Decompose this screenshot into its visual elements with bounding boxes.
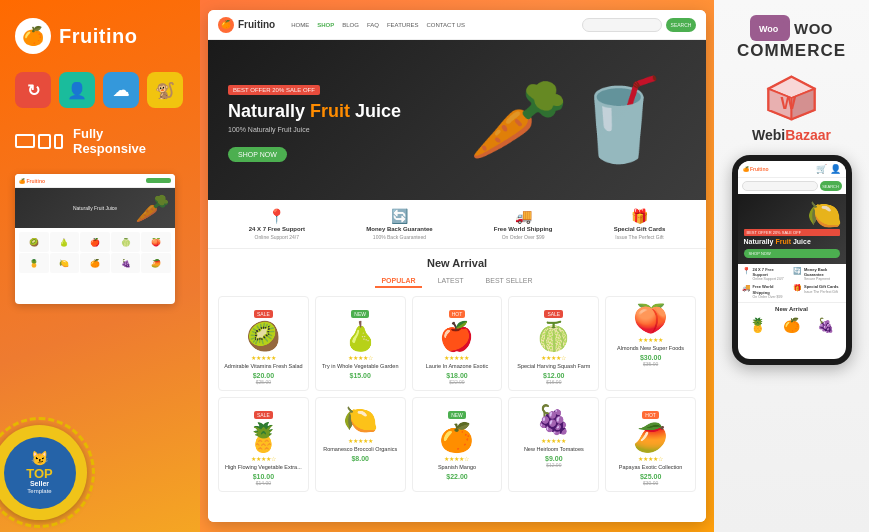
- plugin-icon-sync: ↻: [15, 72, 51, 108]
- products-section-title: New Arrival: [218, 257, 696, 269]
- svg-text:Woo: Woo: [759, 24, 779, 34]
- product-img-7: 🍋: [321, 406, 400, 434]
- tab-bestseller[interactable]: BEST SELLER: [480, 275, 539, 288]
- phone-hero-title: Naturally Fruit Juice: [744, 238, 840, 246]
- product-price-9: $9.00: [514, 455, 593, 462]
- badge-seller-label: Seller: [30, 480, 49, 488]
- feature-money-back-title: Money Back Guarantee: [366, 226, 432, 232]
- phone-feature-3-icon: 🚚: [742, 284, 751, 292]
- phone-feature-1: 📍 24 X 7 Free Support Online Support 24/…: [742, 267, 791, 281]
- left-panel: 🍊 Fruitino ↻ 👤 ☁ 🐒 Fully Responsive 🍊 Fr…: [0, 0, 200, 532]
- phone-feature-1-sub: Online Support 24/7: [753, 277, 791, 281]
- monitor-icon: [15, 134, 35, 148]
- phone-hero: BEST OFFER 20% SALE OFF Naturally Fruit …: [738, 194, 846, 264]
- product-stars-4: ★★★★☆: [514, 354, 593, 361]
- phone-feature-4-icon: 🎁: [793, 284, 802, 292]
- product-price-6: $10.00: [224, 473, 303, 480]
- site-search-area: SEARCH: [582, 18, 696, 32]
- features-bar: 📍 24 X 7 Free Support Online Support 24/…: [208, 200, 706, 249]
- commerce-text: COMMERCE: [737, 41, 846, 61]
- product-card-2[interactable]: NEW 🍐 ★★★★☆ Try in Whole Vegetable Garde…: [315, 296, 406, 391]
- product-badge-2: NEW: [351, 310, 369, 318]
- woocommerce-section: Woo WOO COMMERCE: [737, 15, 846, 61]
- phone-arrival-label: New Arrival: [738, 303, 846, 315]
- product-price-7: $8.00: [321, 455, 400, 462]
- phone-feature-3: 🚚 Free World Shipping On Order Over $99: [742, 284, 791, 298]
- webibazaar-name: WebiBazaar: [752, 127, 831, 143]
- product-name-1: Admirable Vitamins Fresh Salad: [224, 363, 303, 370]
- preview-product-1: 🥝: [19, 232, 49, 252]
- product-stars-10: ★★★★☆: [611, 455, 690, 462]
- preview-hero-decoration: 🥕: [135, 192, 170, 225]
- preview-search-btn: [146, 178, 171, 183]
- feature-gift: 🎁 Special Gift Cards Issue The Perfect G…: [614, 208, 666, 240]
- hero-title: Naturally Fruit Juice: [228, 101, 401, 123]
- product-card-8[interactable]: NEW 🍊 ★★★★☆ Spanish Mango $22.00: [412, 397, 503, 492]
- product-stars-3: ★★★★★: [418, 354, 497, 361]
- phone-feature-4: 🎁 Special Gift Cards Issue The Perfect G…: [793, 284, 842, 298]
- product-img-9: 🍇: [514, 406, 593, 434]
- product-badge-4: SALE: [544, 310, 563, 318]
- product-card-3[interactable]: HOT 🍎 ★★★★★ Laurie In Amazone Exotic $18…: [412, 296, 503, 391]
- center-website-panel: 🍊 Fruitino HOME SHOP BLOG FAQ FEATURES C…: [208, 10, 706, 522]
- brand-logo-icon: 🍊: [15, 18, 51, 54]
- site-search-button[interactable]: SEARCH: [666, 18, 696, 32]
- device-icons: [15, 134, 63, 149]
- hero-subtitle: 100% Naturally Fruit Juice: [228, 126, 401, 133]
- product-card-7[interactable]: 🍋 ★★★★★ Romanesco Broccoli Organics $8.0…: [315, 397, 406, 492]
- phone-device-icon: [54, 134, 63, 149]
- wb-logo: W: [762, 73, 822, 123]
- woo-text: WOO: [794, 20, 833, 37]
- product-card-4[interactable]: SALE 🍈 ★★★★☆ Special Harving Squash Farm…: [508, 296, 599, 391]
- feature-gift-sub: Issue The Perfect Gift: [615, 234, 663, 240]
- hero-cta-button[interactable]: SHOP NOW: [228, 147, 287, 162]
- product-old-price-5: $35.00: [611, 361, 690, 367]
- phone-feature-1-title: 24 X 7 Free Support: [753, 267, 791, 277]
- product-card-10[interactable]: HOT 🥭 ★★★★☆ Papayas Exotic Collection $2…: [605, 397, 696, 492]
- product-price-2: $15.00: [321, 372, 400, 379]
- product-stars-2: ★★★★☆: [321, 354, 400, 361]
- product-card-6[interactable]: SALE 🍍 ★★★★☆ High Flowing Vegetable Extr…: [218, 397, 309, 492]
- phone-products-mini: 🍍 🍊 🍇: [738, 315, 846, 335]
- nav-features: FEATURES: [387, 22, 419, 28]
- preview-hero-text: Naturally Fruit Juice: [73, 205, 117, 211]
- phone-search-button[interactable]: SEARCH: [820, 181, 842, 191]
- phone-search-input[interactable]: [742, 181, 818, 191]
- site-logo: 🍊 Fruitino: [218, 17, 275, 33]
- product-stars-7: ★★★★★: [321, 437, 400, 444]
- product-img-1: 🥝: [224, 323, 303, 351]
- product-card-1[interactable]: SALE 🥝 ★★★★★ Admirable Vitamins Fresh Sa…: [218, 296, 309, 391]
- product-name-8: Spanish Mango: [418, 464, 497, 471]
- nav-shop: SHOP: [317, 22, 334, 28]
- product-stars-1: ★★★★★: [224, 354, 303, 361]
- site-search-input[interactable]: [582, 18, 662, 32]
- phone-feature-2-icon: 🔄: [793, 267, 802, 275]
- product-old-price-1: $25.00: [224, 379, 303, 385]
- phone-feature-3-title: Free World Shipping: [753, 284, 791, 294]
- product-name-4: Special Harving Squash Farm: [514, 363, 593, 370]
- nav-blog: BLOG: [342, 22, 359, 28]
- product-badge-6: SALE: [254, 411, 273, 419]
- product-name-9: New Heirloom Tomatoes: [514, 446, 593, 453]
- tab-popular[interactable]: POPULAR: [375, 275, 421, 288]
- product-name-3: Laurie In Amazone Exotic: [418, 363, 497, 370]
- product-card-9[interactable]: 🍇 ★★★★★ New Heirloom Tomatoes $9.00 $12.…: [508, 397, 599, 492]
- product-card-5[interactable]: 🍑 ★★★★★ Almonds New Super Foods $30.00 $…: [605, 296, 696, 391]
- feature-support: 📍 24 X 7 Free Support Online Support 24/…: [249, 208, 305, 240]
- product-price-5: $30.00: [611, 354, 690, 361]
- tab-latest[interactable]: LATEST: [432, 275, 470, 288]
- site-logo-text: Fruitino: [238, 19, 275, 30]
- preview-product-4: 🍈: [111, 232, 141, 252]
- product-old-price-9: $12.00: [514, 462, 593, 468]
- product-old-price-4: $16.00: [514, 379, 593, 385]
- plugin-icon-cloud: ☁: [103, 72, 139, 108]
- phone-user-icon: 👤: [830, 164, 841, 174]
- feature-gift-icon: 🎁: [631, 208, 648, 224]
- tablet-icon: [38, 134, 51, 149]
- product-img-6: 🍍: [224, 424, 303, 452]
- preview-product-9: 🍇: [111, 253, 141, 273]
- feature-support-icon: 📍: [268, 208, 285, 224]
- phone-hero-cta[interactable]: SHOP NOW: [744, 249, 840, 258]
- site-hero-banner: BEST OFFER 20% SALE OFF Naturally Fruit …: [208, 40, 706, 200]
- product-name-7: Romanesco Broccoli Organics: [321, 446, 400, 453]
